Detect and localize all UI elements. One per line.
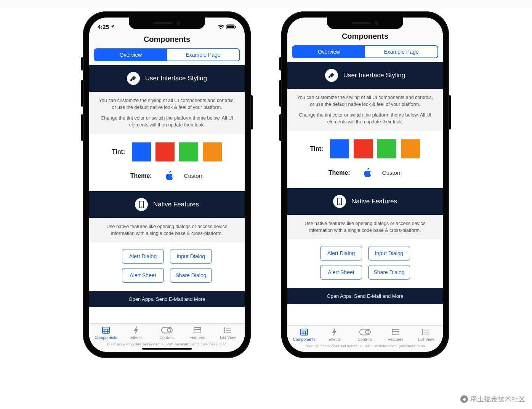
tint-swatch-orange[interactable] xyxy=(203,142,222,161)
grid-icon xyxy=(300,328,308,336)
tab-bar: Components Effects Controls Features Lis… xyxy=(287,325,443,343)
segment-example-page[interactable]: Example Page xyxy=(365,46,437,58)
svg-rect-14 xyxy=(301,329,308,335)
theme-custom-option[interactable]: Custom xyxy=(382,169,402,176)
tab-effects[interactable]: Effects xyxy=(319,328,350,342)
segment-overview[interactable]: Overview xyxy=(95,49,167,61)
tab-components[interactable]: Components xyxy=(91,326,121,340)
device-notch xyxy=(129,18,205,29)
tint-swatch-green[interactable] xyxy=(179,142,198,161)
tint-row: Tint: xyxy=(89,134,245,165)
svg-rect-17 xyxy=(392,329,399,335)
section-header-native-features: Native Features xyxy=(89,191,245,218)
tab-controls[interactable]: Controls xyxy=(350,328,380,342)
share-dialog-button[interactable]: Share Dialog xyxy=(368,265,410,280)
list-icon xyxy=(224,326,232,334)
description-ui-styling: You can customize the styling of all UI … xyxy=(89,92,245,134)
input-dialog-button[interactable]: Input Dialog xyxy=(368,246,410,260)
svg-rect-1 xyxy=(227,25,234,28)
segmented-control: Overview Example Page xyxy=(292,45,438,58)
segmented-control: Overview Example Page xyxy=(94,48,240,61)
toggle-icon xyxy=(359,328,371,336)
svg-point-18 xyxy=(422,329,423,330)
wifi-icon xyxy=(218,24,224,29)
phone-frame-right: Components Overview Example Page User In… xyxy=(281,11,449,358)
svg-rect-2 xyxy=(235,26,236,28)
tint-swatch-blue[interactable] xyxy=(330,139,349,158)
card-icon xyxy=(391,328,400,336)
tint-swatch-red[interactable] xyxy=(155,142,175,161)
brush-icon xyxy=(127,72,140,85)
section-sub-footer: Open Apps, Send E-Mail and More xyxy=(89,291,245,307)
svg-rect-5 xyxy=(103,327,109,333)
svg-rect-8 xyxy=(194,328,201,333)
tab-bar: Components Effects Controls Features Lis… xyxy=(89,323,245,341)
page-title: Components xyxy=(89,35,245,44)
section-header-native-features: Native Features xyxy=(287,188,443,215)
svg-point-16 xyxy=(365,330,369,334)
nav-header: Components xyxy=(89,32,245,46)
watermark-icon: ◆ xyxy=(460,395,468,403)
alert-dialog-button[interactable]: Alert Dialog xyxy=(122,249,164,264)
tab-features[interactable]: Features xyxy=(182,326,213,340)
battery-icon xyxy=(226,24,236,29)
nav-header: Components xyxy=(287,29,443,43)
svg-point-13 xyxy=(339,203,340,204)
description-native-features: Use native features like opening dialogs… xyxy=(287,215,443,239)
phone-icon xyxy=(333,195,346,208)
tint-label: Tint: xyxy=(112,149,125,155)
device-notch xyxy=(327,18,403,29)
share-dialog-button[interactable]: Share Dialog xyxy=(170,268,212,283)
tab-effects[interactable]: Effects xyxy=(121,326,152,340)
svg-point-7 xyxy=(167,328,171,332)
svg-point-9 xyxy=(224,328,225,328)
watermark: ◆ 稀土掘金技术社区 xyxy=(460,395,525,404)
phone-icon xyxy=(135,198,148,211)
svg-point-20 xyxy=(422,334,423,334)
section-sub-footer: Open Apps, Send E-Mail and More xyxy=(287,288,443,304)
tint-swatch-red[interactable] xyxy=(354,139,373,158)
build-footer: Build: app/demo/files: net.system.>…<#5,… xyxy=(287,343,443,348)
page-title: Components xyxy=(287,32,443,41)
brush-icon xyxy=(325,69,338,82)
tab-controls[interactable]: Controls xyxy=(152,326,182,340)
apple-icon[interactable] xyxy=(363,168,372,178)
tab-features[interactable]: Features xyxy=(380,328,411,342)
description-native-features: Use native features like opening dialogs… xyxy=(89,218,245,242)
theme-custom-option[interactable]: Custom xyxy=(184,173,204,179)
segment-overview[interactable]: Overview xyxy=(293,46,365,58)
tint-label: Tint: xyxy=(310,145,323,152)
grid-icon xyxy=(102,326,110,334)
tab-list-view[interactable]: List View xyxy=(411,328,441,342)
phone-frame-left: 4:25 Components Overview xyxy=(83,11,251,358)
svg-point-10 xyxy=(224,330,225,331)
svg-point-19 xyxy=(422,332,423,332)
card-icon xyxy=(193,326,202,334)
tab-list-view[interactable]: List View xyxy=(213,326,243,340)
tint-row: Tint: xyxy=(287,131,443,162)
section-header-ui-styling: User Interface Styling xyxy=(287,62,443,89)
svg-point-11 xyxy=(224,332,225,332)
alert-dialog-button[interactable]: Alert Dialog xyxy=(320,246,362,260)
bolt-icon xyxy=(332,328,337,336)
tint-swatch-orange[interactable] xyxy=(401,139,420,158)
toggle-icon xyxy=(161,326,173,334)
segment-example-page[interactable]: Example Page xyxy=(167,49,239,61)
tab-components[interactable]: Components xyxy=(289,328,319,342)
list-icon xyxy=(422,328,430,336)
tint-swatch-green[interactable] xyxy=(377,139,396,158)
apple-icon[interactable] xyxy=(165,171,173,181)
tint-swatch-blue[interactable] xyxy=(132,142,151,161)
build-footer: Build: app/demo/files: net.system.>…<#5,… xyxy=(89,341,245,346)
alert-sheet-button[interactable]: Alert Sheet xyxy=(122,268,164,283)
theme-row: Theme: Custom xyxy=(89,165,245,191)
alert-sheet-button[interactable]: Alert Sheet xyxy=(320,265,362,280)
section-header-ui-styling: User Interface Styling xyxy=(89,65,245,92)
status-time: 4:25 xyxy=(98,24,115,30)
svg-point-4 xyxy=(141,206,142,207)
theme-row: Theme: Custom xyxy=(287,162,443,188)
home-indicator[interactable] xyxy=(142,348,192,350)
theme-label: Theme: xyxy=(130,173,152,179)
input-dialog-button[interactable]: Input Dialog xyxy=(170,249,212,264)
dialog-buttons: Alert Dialog Input Dialog Alert Sheet Sh… xyxy=(89,242,245,291)
